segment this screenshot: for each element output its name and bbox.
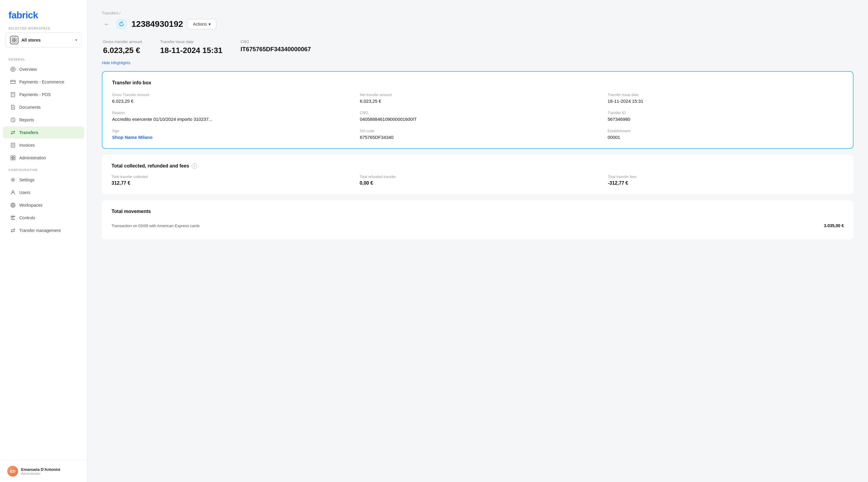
info-field-value: 18-11-2024 15:31 xyxy=(608,98,843,104)
info-field-value: 6.023,25 € xyxy=(360,98,595,104)
svg-rect-11 xyxy=(13,95,14,95)
workspace-selector[interactable]: All stores ▾ xyxy=(5,33,82,47)
info-field: SIA code675765DF34340 xyxy=(360,129,595,140)
movements-list: Transaction on 03/09 with American Expre… xyxy=(112,220,844,231)
info-field-label: Gross Transfer Amount xyxy=(112,93,348,97)
sidebar-item-documents[interactable]: Documents xyxy=(3,101,84,113)
sidebar-item-invoices[interactable]: Invoices xyxy=(3,139,84,151)
sidebar-item-overview[interactable]: Overview xyxy=(3,63,84,75)
main-content: Transfers / ← 12384930192 Actions ▾ Gros… xyxy=(87,0,868,482)
stat-label: Total transfer fees xyxy=(608,175,844,179)
info-grid: Gross Transfer Amount6.023,25 €Net trans… xyxy=(112,93,843,140)
controls-icon xyxy=(10,215,16,221)
sidebar-item-payments-pos[interactable]: Payments - POS xyxy=(3,89,84,101)
info-field-label: CRO xyxy=(360,111,595,115)
user-role: Administrator xyxy=(21,472,60,475)
info-field-label: Net transfer amount xyxy=(360,93,595,97)
stat-value: -312,77 € xyxy=(608,181,844,186)
info-field-value: 567346980 xyxy=(608,117,843,122)
info-field-value: Accredito esercente 01/10/2024 importo 3… xyxy=(112,117,348,122)
sidebar-item-controls-label: Controls xyxy=(19,215,35,220)
logo: fabrick xyxy=(0,0,87,27)
stat-value: 312,77 € xyxy=(112,181,347,186)
totals-card: Total collected, refunded and fees i Tot… xyxy=(102,155,854,194)
actions-chevron-icon: ▾ xyxy=(209,22,211,27)
page-header: ← 12384930192 Actions ▾ xyxy=(102,19,854,30)
sidebar-item-administration[interactable]: Administration xyxy=(3,152,84,164)
info-field-label: Transfer ID xyxy=(608,111,843,115)
reports-icon xyxy=(10,117,16,123)
info-field: Transfer ID567346980 xyxy=(608,111,843,122)
administration-icon xyxy=(10,155,16,161)
stats-grid: Total transfer collected312,77 €Total re… xyxy=(112,175,844,186)
svg-rect-10 xyxy=(12,95,13,95)
actions-button[interactable]: Actions ▾ xyxy=(187,19,216,29)
svg-line-16 xyxy=(13,120,14,121)
avatar: ED xyxy=(7,466,18,477)
info-field-label: SIA code xyxy=(360,129,595,133)
hide-highlights-link[interactable]: Hide Hihghlights xyxy=(102,61,854,65)
info-field: Net transfer amount6.023,25 € xyxy=(360,93,595,104)
totals-card-title: Total collected, refunded and fees i xyxy=(112,163,844,169)
settings-icon xyxy=(10,177,16,183)
refresh-button[interactable] xyxy=(116,19,127,30)
stat-field: Total transfer fees-312,77 € xyxy=(608,175,844,186)
svg-point-4 xyxy=(11,67,16,72)
transfers-icon xyxy=(10,130,16,135)
info-field: Gross Transfer Amount6.023,25 € xyxy=(112,93,348,104)
issue-date-value: 18-11-2024 15:31 xyxy=(160,46,222,55)
movement-row: Transaction on 03/09 with American Expre… xyxy=(112,220,844,231)
invoices-icon xyxy=(10,142,16,148)
info-icon[interactable]: i xyxy=(192,163,197,169)
info-field-label: Sign xyxy=(112,129,348,133)
svg-rect-6 xyxy=(11,81,16,84)
sidebar-item-payments-ecommerce[interactable]: Payments - Ecommerce xyxy=(3,76,84,88)
svg-rect-3 xyxy=(14,40,16,42)
user-profile: ED Emanuela D'Antonini Administrator xyxy=(0,460,87,482)
svg-rect-22 xyxy=(13,156,15,158)
svg-rect-24 xyxy=(13,158,15,160)
sidebar-item-transfer-management[interactable]: Transfer management xyxy=(3,224,84,236)
back-button[interactable]: ← xyxy=(102,19,112,29)
workspaces-icon xyxy=(10,202,16,208)
movement-amount: 3.035,00 € xyxy=(824,223,844,228)
movements-card: Total movements Transaction on 03/09 wit… xyxy=(102,200,854,239)
svg-rect-1 xyxy=(14,38,16,40)
svg-rect-30 xyxy=(11,216,15,217)
sidebar-item-users[interactable]: Users xyxy=(3,187,84,198)
sidebar-item-invoices-label: Invoices xyxy=(19,143,35,148)
sidebar-item-settings[interactable]: Settings xyxy=(3,174,84,186)
page-title: 12384930192 xyxy=(131,19,183,29)
movements-card-title: Total movements xyxy=(112,209,844,214)
gross-amount-label: Gross transfer amount xyxy=(103,39,142,44)
payments-ecom-icon xyxy=(10,79,16,85)
totals-title-text: Total collected, refunded and fees xyxy=(112,163,189,169)
sidebar-item-reports[interactable]: Reports xyxy=(3,114,84,126)
sidebar-item-controls[interactable]: Controls xyxy=(3,212,84,224)
stat-label: Total transfer collected xyxy=(112,175,347,179)
sidebar-item-reports-label: Reports xyxy=(19,118,34,122)
transfer-info-box: Transfer info box Gross Transfer Amount6… xyxy=(102,71,854,149)
sidebar-item-administration-label: Administration xyxy=(19,155,46,160)
cro-label: CRO xyxy=(241,39,311,44)
chevron-down-icon: ▾ xyxy=(75,38,77,42)
gross-amount-value: 6.023,25 € xyxy=(103,46,142,55)
user-info: Emanuela D'Antonini Administrator xyxy=(21,467,60,475)
summary-issue-date: Transfer issue date 18-11-2024 15:31 xyxy=(160,39,222,55)
svg-rect-23 xyxy=(11,158,13,160)
info-field-value[interactable]: Shop Name Milano xyxy=(112,135,348,140)
movements-title-text: Total movements xyxy=(112,209,151,214)
info-field: Establishment00001 xyxy=(608,129,843,140)
sidebar-item-workspaces[interactable]: Workspaces xyxy=(3,199,84,211)
stat-value: 0,00 € xyxy=(360,181,595,186)
info-field: Transfer issue date18-11-2024 15:31 xyxy=(608,93,843,104)
sidebar-item-transfers[interactable]: Transfers xyxy=(3,127,84,138)
payments-pos-icon xyxy=(10,92,16,97)
actions-label: Actions xyxy=(193,22,207,27)
svg-rect-2 xyxy=(12,40,14,42)
configuration-section-label: CONFIGURATION xyxy=(0,164,87,173)
info-field-value: 040588846109000001600IT xyxy=(360,117,595,122)
sidebar: fabrick SELECTED WORKSPACE All stores ▾ … xyxy=(0,0,87,482)
cro-value: IT675765DF34340000067 xyxy=(241,46,311,53)
info-field-value: 675765DF34340 xyxy=(360,135,595,140)
